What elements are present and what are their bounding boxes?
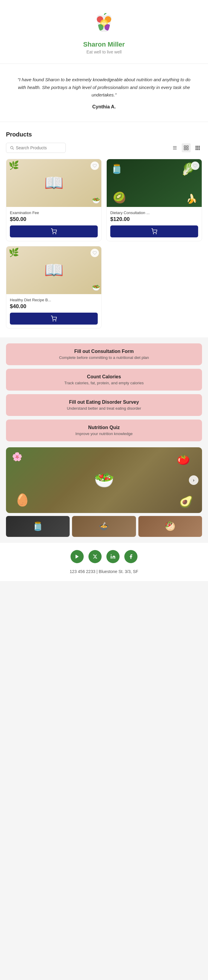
favorite-button-2[interactable] bbox=[91, 249, 99, 257]
svg-point-7 bbox=[10, 146, 13, 149]
action-card-title-2: Fill out Eating Disorder Survey bbox=[12, 399, 196, 405]
gallery-thumb-0[interactable]: 🫙 bbox=[6, 516, 70, 537]
svg-point-33 bbox=[111, 554, 112, 555]
svg-rect-22 bbox=[195, 149, 197, 150]
svg-rect-24 bbox=[199, 149, 200, 150]
header-name: Sharon Miller bbox=[6, 41, 202, 48]
product-card-1: 🫙 🥬 🥝 🍌 Dietary Consultation ... $120.00 bbox=[106, 159, 202, 241]
product-card-2: 📖 🌿 🥗 Healthy Diet Recipe B... $40.00 bbox=[6, 246, 102, 328]
favorite-button-1[interactable] bbox=[191, 162, 199, 170]
social-footer: 123 456 2233 | Bluestone St. 3/3, SF bbox=[0, 543, 208, 581]
action-card-subtitle-0: Complete before committing to a nutritio… bbox=[12, 355, 196, 360]
product-image-1: 🫙 🥬 🥝 🍌 bbox=[107, 159, 202, 207]
gallery-thumbnails: 🫙 🍲 🥙 bbox=[6, 516, 202, 537]
gallery-next-button[interactable]: › bbox=[189, 476, 198, 485]
thumb-visual-1: 🍲 bbox=[72, 516, 136, 537]
svg-rect-16 bbox=[195, 146, 197, 147]
search-input-wrap[interactable] bbox=[6, 143, 66, 153]
svg-rect-14 bbox=[184, 148, 186, 150]
svg-rect-19 bbox=[195, 147, 197, 148]
favorite-button-0[interactable] bbox=[91, 162, 99, 170]
logo-icon: fruit bbox=[92, 12, 116, 36]
list-view-button[interactable] bbox=[170, 143, 179, 152]
svg-rect-23 bbox=[197, 149, 198, 150]
product-grid: 📖 🌿 🥗 Examination Fee $50.00 bbox=[6, 159, 202, 328]
social-icons-row bbox=[6, 550, 202, 563]
compact-view-button[interactable] bbox=[193, 143, 202, 152]
svg-rect-15 bbox=[187, 148, 188, 150]
svg-point-26 bbox=[56, 233, 56, 234]
svg-rect-32 bbox=[111, 556, 112, 558]
product-price-1: $120.00 bbox=[110, 216, 198, 223]
footer-contact: 123 456 2233 | Bluestone St. 3/3, SF bbox=[6, 569, 202, 574]
svg-rect-13 bbox=[187, 146, 188, 147]
svg-marker-31 bbox=[75, 555, 79, 559]
svg-line-8 bbox=[13, 148, 14, 149]
svg-point-27 bbox=[153, 233, 154, 234]
action-card-3[interactable]: Nutrition Quiz Improve your nutrition kn… bbox=[6, 420, 202, 441]
product-name-0: Examination Fee bbox=[10, 210, 98, 215]
product-card-0: 📖 🌿 🥗 Examination Fee $50.00 bbox=[6, 159, 102, 241]
gallery-section: 🥗 🥚 🍅 🥑 🌸 › 🫙 🍲 bbox=[0, 447, 208, 543]
svg-text:fruit: fruit bbox=[101, 22, 106, 25]
thumb-visual-2: 🥙 bbox=[138, 516, 202, 537]
product-price-2: $40.00 bbox=[10, 303, 98, 310]
product-info-0: Examination Fee $50.00 bbox=[6, 207, 101, 241]
product-info-2: Healthy Diet Recipe B... $40.00 bbox=[6, 294, 101, 328]
action-cards-section: Fill out Consultation Form Complete befo… bbox=[0, 337, 208, 447]
products-title: Products bbox=[6, 131, 202, 138]
action-card-1[interactable]: Count Calories Track calories, fat, prot… bbox=[6, 369, 202, 391]
product-info-1: Dietary Consultation ... $120.00 bbox=[107, 207, 202, 241]
header-tagline: Eat well to live well bbox=[6, 49, 202, 54]
svg-point-29 bbox=[53, 320, 53, 321]
svg-rect-18 bbox=[199, 146, 200, 147]
action-card-subtitle-3: Improve your nutrition knowledge bbox=[12, 431, 196, 436]
product-name-1: Dietary Consultation ... bbox=[110, 210, 198, 215]
add-to-cart-button-2[interactable] bbox=[10, 313, 98, 325]
action-card-subtitle-2: Understand better and treat eating disor… bbox=[12, 406, 196, 410]
action-card-0[interactable]: Fill out Consultation Form Complete befo… bbox=[6, 344, 202, 365]
svg-rect-12 bbox=[184, 146, 186, 147]
testimonial-section: "I have found Sharon to be extremely kno… bbox=[0, 64, 208, 121]
action-card-2[interactable]: Fill out Eating Disorder Survey Understa… bbox=[6, 394, 202, 416]
action-card-title-0: Fill out Consultation Form bbox=[12, 349, 196, 354]
youtube-icon[interactable] bbox=[70, 550, 84, 563]
add-to-cart-button-0[interactable] bbox=[10, 226, 98, 237]
testimonial-text: "I have found Sharon to be extremely kno… bbox=[15, 76, 193, 99]
gallery-thumb-1[interactable]: 🍲 bbox=[72, 516, 136, 537]
product-price-0: $50.00 bbox=[10, 216, 98, 223]
action-card-subtitle-1: Track calories, fat, protein, and empty … bbox=[12, 381, 196, 385]
facebook-icon[interactable] bbox=[124, 550, 138, 563]
product-name-2: Healthy Diet Recipe B... bbox=[10, 298, 98, 302]
header: fruit Sharon Miller Eat well to live wel… bbox=[0, 0, 208, 63]
gallery-thumb-2[interactable]: 🥙 bbox=[138, 516, 202, 537]
search-and-controls bbox=[6, 143, 202, 153]
svg-rect-20 bbox=[197, 147, 198, 148]
action-card-title-3: Nutrition Quiz bbox=[12, 425, 196, 430]
thumb-visual-0: 🫙 bbox=[6, 516, 70, 537]
view-controls bbox=[170, 143, 202, 152]
page-wrapper: fruit Sharon Miller Eat well to live wel… bbox=[0, 0, 208, 581]
main-food-visual: 🥗 🥚 🍅 🥑 🌸 bbox=[6, 447, 202, 513]
grid-view-button[interactable] bbox=[182, 143, 190, 152]
testimonial-author: Cynthia A. bbox=[15, 104, 193, 110]
product-image-2: 📖 🌿 🥗 bbox=[6, 247, 101, 294]
linkedin-icon[interactable] bbox=[106, 550, 120, 563]
products-section: Products bbox=[0, 122, 208, 337]
svg-rect-17 bbox=[197, 146, 198, 147]
search-icon bbox=[10, 146, 14, 150]
svg-point-25 bbox=[53, 233, 53, 234]
svg-rect-21 bbox=[199, 147, 200, 148]
svg-point-28 bbox=[156, 233, 157, 234]
main-gallery-image: 🥗 🥚 🍅 🥑 🌸 › bbox=[6, 447, 202, 513]
logo-container: fruit bbox=[6, 12, 202, 37]
search-input[interactable] bbox=[16, 145, 62, 150]
action-card-title-1: Count Calories bbox=[12, 374, 196, 380]
product-image-0: 📖 🌿 🥗 bbox=[6, 159, 101, 207]
add-to-cart-button-1[interactable] bbox=[110, 226, 198, 237]
twitter-x-icon[interactable] bbox=[88, 550, 102, 563]
svg-point-30 bbox=[56, 320, 56, 321]
chevron-right-icon: › bbox=[193, 478, 195, 482]
